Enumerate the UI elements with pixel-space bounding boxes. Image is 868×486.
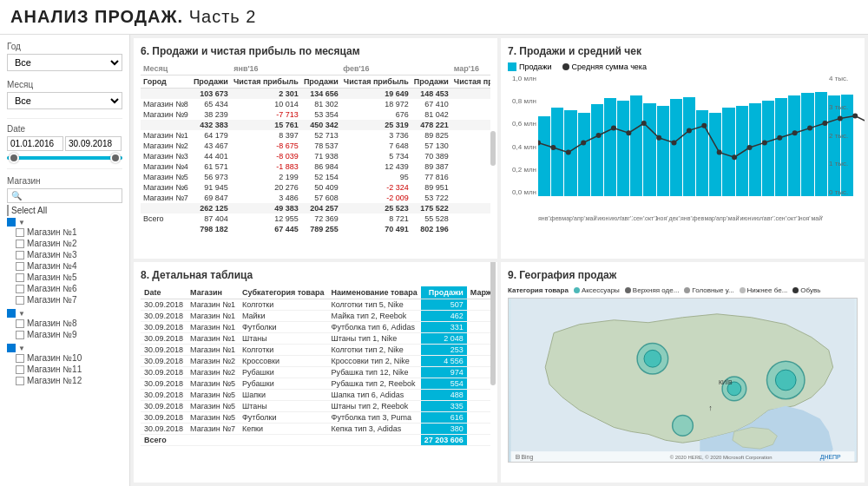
x-label-18: июл'17: [752, 215, 764, 241]
detail-shop: Магазин №1: [187, 345, 239, 356]
x-label-9: окт'16: [645, 215, 657, 241]
shop-item-12[interactable]: Магазин №12: [7, 375, 122, 386]
detail-date: 30.09.2018: [141, 333, 187, 345]
detail-sales: 488: [421, 390, 467, 401]
group3-checkbox[interactable]: [7, 344, 16, 352]
panel7-title: 7. Продажи и средний чек: [508, 45, 858, 57]
shop5-checkbox[interactable]: [16, 273, 24, 282]
date-inputs: [7, 136, 122, 151]
table-cell-jan-profit: 20 276: [231, 182, 301, 193]
table-cell-mar-sales: 148 453: [411, 89, 451, 100]
table-cell-jan-profit: -1 883: [231, 161, 301, 172]
col-date-header: Date: [141, 286, 187, 299]
detail-margin: 183: [467, 424, 490, 435]
date-to-input[interactable]: [65, 136, 122, 151]
chart-bar-16: [749, 103, 761, 196]
shop6-checkbox[interactable]: [16, 285, 24, 293]
table-cell-feb-profit: 70 491: [341, 224, 411, 234]
shop-search-input[interactable]: [7, 188, 122, 203]
year-select[interactable]: Все: [7, 54, 122, 71]
shop3-checkbox[interactable]: [16, 251, 24, 259]
shop8-checkbox[interactable]: [16, 319, 24, 328]
table-cell-jan-profit: -8 675: [231, 141, 301, 151]
detail-margin: 128: [467, 345, 490, 356]
panel-7: 7. Продажи и средний чек Продажи Средняя…: [501, 38, 865, 259]
group2-expand-icon[interactable]: ▼: [18, 310, 25, 318]
shop-item-2[interactable]: Магазин №2: [7, 238, 122, 249]
x-label-4: май'16: [586, 215, 598, 241]
shop11-checkbox[interactable]: [16, 365, 24, 374]
date-slider[interactable]: [7, 156, 122, 160]
select-all-checkbox[interactable]: Select All: [7, 206, 122, 215]
x-label-20: сен'17: [775, 215, 787, 241]
table-cell-mar-sales: 478 221: [411, 120, 451, 130]
x-label-19: авг'17: [764, 215, 776, 241]
shop-item-9[interactable]: Магазин №9: [7, 329, 122, 340]
detail-date: 30.09.2018: [141, 299, 187, 311]
shop-filter: Магазин Select All ▼ Магазин №1 Магазин …: [7, 176, 122, 386]
detail-row-0: 30.09.2018 Магазин №1 Колготки Колготки …: [141, 299, 490, 311]
panel6-title: 6. Продажи и чистая прибыль по месяцам: [141, 45, 490, 57]
map-background: КИЇВ ↑ ᗸ Bing © 2020 HERE, © 2020 Micros…: [509, 299, 857, 462]
table-cell-mar-profit: 24 962: [451, 89, 490, 100]
chart-bars-container: [508, 75, 858, 196]
legend-sales-label: Продажи: [519, 62, 552, 71]
shop1-checkbox[interactable]: [16, 228, 24, 237]
shop-item-1[interactable]: Магазин №1: [7, 227, 122, 238]
detail-sales: 2 048: [421, 333, 467, 345]
detail-table: Date Магазин Субкатегория товара Наимено…: [141, 286, 490, 446]
shop9-checkbox[interactable]: [16, 331, 24, 339]
detail-margin: 253: [467, 299, 490, 311]
map-category-label: Категория товара: [508, 286, 569, 294]
detail-subcat: Рубашки: [239, 367, 328, 378]
shop-item-8[interactable]: Магазин №8: [7, 318, 122, 329]
shop-item-3[interactable]: Магазин №3: [7, 249, 122, 260]
scrollbar[interactable]: [490, 131, 496, 166]
table-cell-feb-sales: 86 984: [301, 161, 341, 172]
y-axis-right: 4 тыс. 3 тыс. 2 тыс. 1 тыс. 0 тыс.: [827, 75, 858, 196]
month-select[interactable]: Все: [7, 92, 122, 109]
date-from-input[interactable]: [7, 136, 63, 151]
x-label-12: янв'17: [681, 215, 693, 241]
shop4-checkbox[interactable]: [16, 262, 24, 271]
panel9-title: 9. География продаж: [508, 269, 858, 281]
detail-name: Кепка тип 3, Adidas: [328, 424, 421, 435]
detail-sales: 974: [421, 367, 467, 378]
detail-total-sales: 27 203 606: [421, 435, 467, 446]
detail-margin: 223: [467, 390, 490, 401]
shop-item-7[interactable]: Магазин №7: [7, 294, 122, 305]
group1-expand-icon[interactable]: ▼: [18, 219, 25, 227]
table-cell-jan-sales: 65 434: [191, 99, 231, 109]
group2-checkbox[interactable]: [7, 309, 16, 318]
x-label-2: мар'16: [562, 215, 574, 241]
detail-sales: 331: [421, 322, 467, 333]
detail-name: Рубашка тип 2, Reebok: [328, 378, 421, 390]
shop-item-11[interactable]: Магазин №11: [7, 364, 122, 375]
table-cell-mar-sales: 175 522: [411, 203, 451, 213]
chart-bar-18: [775, 98, 787, 196]
chart-legend: Продажи Средняя сумма чека: [508, 62, 858, 71]
year-filter: Год Все: [7, 42, 122, 71]
table-cell-mar-profit: 13 106: [451, 161, 490, 172]
table-cell-mar-sales: 57 130: [411, 141, 451, 151]
table-cell-feb-sales: 50 409: [301, 182, 341, 193]
shop7-checkbox[interactable]: [16, 296, 24, 305]
detail-scrollbar[interactable]: [490, 262, 496, 385]
map-container: КИЇВ ↑ ᗸ Bing © 2020 HERE, © 2020 Micros…: [508, 298, 858, 463]
detail-total-label: Всего: [141, 435, 421, 446]
shop-item-10[interactable]: Магазин №10: [7, 352, 122, 364]
table-cell-jan-profit: 2 301: [231, 89, 301, 100]
group3-expand-icon[interactable]: ▼: [18, 345, 25, 352]
shop12-checkbox[interactable]: [16, 377, 24, 385]
shop-item-4[interactable]: Магазин №4: [7, 260, 122, 272]
x-label-0: янв'16: [538, 215, 550, 241]
x-label-11: дек'16: [668, 215, 681, 241]
select-all-checkbox-box[interactable]: [7, 205, 9, 216]
detail-table-scroll[interactable]: Date Магазин Субкатегория товара Наимено…: [141, 286, 490, 446]
table-cell-feb-profit: -2 009: [341, 193, 411, 203]
shop2-checkbox[interactable]: [16, 240, 24, 248]
shop-item-6[interactable]: Магазин №6: [7, 283, 122, 294]
shop10-checkbox[interactable]: [16, 354, 24, 363]
shop-item-5[interactable]: Магазин №5: [7, 272, 122, 283]
group1-checkbox[interactable]: [7, 218, 16, 227]
